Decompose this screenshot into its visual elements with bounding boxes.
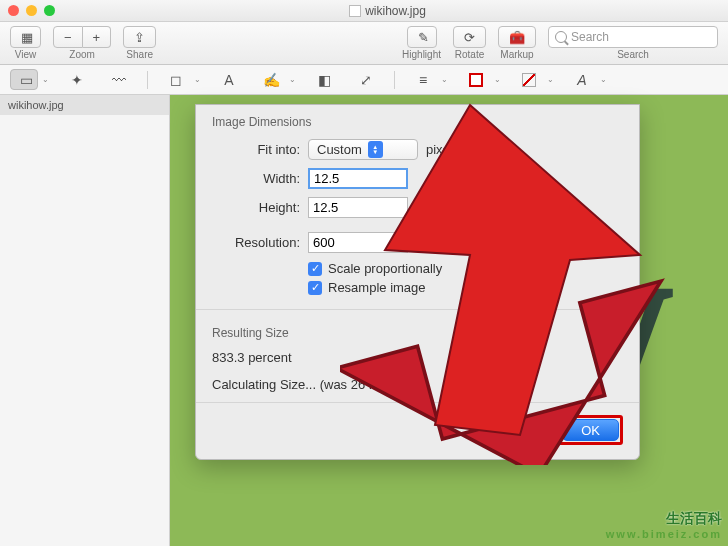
share-icon: ⇪ [134,30,145,45]
chevron-down-icon: ⌄ [194,75,201,84]
share-label: Share [126,49,153,60]
watermark-url: www.bimeiz.com [606,528,722,540]
highlight-label: Highlight [402,49,441,60]
fit-into-unit: pixels [426,142,459,157]
border-color-tool[interactable] [462,69,490,91]
chevron-down-icon: ⌄ [441,75,448,84]
resize-dialog: Image Dimensions Fit into: Custom ▲▼ pix… [195,104,640,460]
height-label: Height: [212,200,300,215]
thumbnail-item[interactable]: wikihow.jpg [0,95,169,115]
markup-label: Markup [500,49,533,60]
sketch-tool[interactable]: 〰 [105,69,133,91]
resolution-label: Resolution: [212,235,300,250]
highlight-group: ✎⌄ Highlight [402,26,441,60]
markup-button[interactable]: 🧰 [498,26,536,48]
traffic-light-close[interactable] [8,5,19,16]
highlight-button[interactable]: ✎⌄ [407,26,437,48]
thumbnails-sidebar: wikihow.jpg [0,95,170,546]
share-button[interactable]: ⇪ [123,26,156,48]
view-button[interactable]: ▦ ⌄ [10,26,41,48]
resample-image-label: Resample image [328,280,426,295]
toolbar-divider [147,71,148,89]
chevron-down-icon: ⌄ [600,75,607,84]
scale-proportionally-checkbox[interactable]: ✓ [308,262,322,276]
width-input[interactable] [308,168,408,189]
markup-icon: 🧰 [509,30,525,45]
border-swatch-icon [469,73,483,87]
result-size-text: Calculating Size... (was 26 KB) [212,377,623,392]
share-group: ⇪ Share [123,26,156,60]
watermark-text: 生活百科 [606,510,722,528]
chevron-down-icon: ⌄ [23,33,30,42]
zoom-label: Zoom [69,49,95,60]
traffic-light-minimize[interactable] [26,5,37,16]
resulting-size-heading: Resulting Size [212,326,623,340]
ok-button[interactable]: OK [562,419,619,441]
rotate-button[interactable]: ⟳ [453,26,486,48]
chevron-down-icon: ⌄ [547,75,554,84]
chevron-down-icon: ⌄ [289,75,296,84]
scale-proportionally-label: Scale proportionally [328,261,442,276]
watermark: 生活百科 www.bimeiz.com [606,510,722,540]
adjust-color-tool[interactable]: ◧ [310,69,338,91]
rotate-group: ⟳ Rotate [453,26,486,60]
rotate-icon: ⟳ [464,30,475,45]
shapes-tool[interactable]: ◻ [162,69,190,91]
markup-group: 🧰 Markup [498,26,536,60]
view-label: View [15,49,37,60]
filename-text: wikihow.jpg [365,4,426,18]
instant-alpha-tool[interactable]: ✦ [63,69,91,91]
resolution-unit-value: pixels/in [457,235,504,250]
chevron-down-icon: ⌄ [419,33,426,42]
fill-swatch-icon [522,73,536,87]
fit-into-label: Fit into: [212,142,300,157]
traffic-light-zoom[interactable] [44,5,55,16]
chevron-down-icon: ⌄ [494,75,501,84]
select-arrows-icon: ▲▼ [493,189,508,206]
dialog-divider [196,309,639,310]
markup-toolbar: ▭⌄ ✦ 〰 ◻⌄ A ✍⌄ ◧ ⤢ ≡⌄ ⌄ ⌄ A⌄ [0,65,728,95]
line-weight-tool[interactable]: ≡ [409,69,437,91]
result-percent-text: 833.3 percent [212,350,623,365]
toolbar-divider [394,71,395,89]
select-arrows-icon: ▲▼ [368,141,383,158]
cancel-button[interactable]: Cancel [470,415,548,437]
search-group: Search Search [548,26,718,60]
search-input[interactable]: Search [548,26,718,48]
fill-color-tool[interactable] [515,69,543,91]
image-dimensions-heading: Image Dimensions [212,115,623,129]
text-tool[interactable]: A [215,69,243,91]
file-icon [349,5,361,17]
search-icon [555,31,567,43]
resolution-unit-select[interactable]: pixels/in [448,232,532,253]
zoom-in-icon: + [93,30,101,45]
search-label: Search [617,49,649,60]
height-input[interactable] [308,197,408,218]
aspect-lock-button[interactable] [414,180,432,214]
width-label: Width: [212,171,300,186]
resample-image-checkbox[interactable]: ✓ [308,281,322,295]
dialog-divider [196,402,639,403]
window-titlebar: wikihow.jpg [0,0,728,22]
wh-unit-value: inches [449,190,487,205]
fit-into-select[interactable]: Custom ▲▼ [308,139,418,160]
zoom-out-icon: − [64,30,72,45]
window-title: wikihow.jpg [349,4,426,18]
selection-tool[interactable]: ▭ [10,69,38,90]
fit-into-value: Custom [317,142,362,157]
wh-unit-select[interactable]: inches ▲▼ [440,187,530,208]
rotate-label: Rotate [455,49,484,60]
main-toolbar: ▦ ⌄ View − + Zoom ⇪ Share ✎⌄ Highlight ⟳… [0,22,728,65]
zoom-group: − + Zoom [53,26,111,60]
zoom-in-button[interactable]: + [83,26,112,48]
font-style-tool[interactable]: A [568,69,596,91]
view-group: ▦ ⌄ View [10,26,41,60]
search-placeholder: Search [571,30,609,44]
chevron-down-icon: ⌄ [42,75,49,84]
zoom-out-button[interactable]: − [53,26,83,48]
resolution-input[interactable] [308,232,408,253]
sign-tool[interactable]: ✍ [257,69,285,91]
adjust-size-tool[interactable]: ⤢ [352,69,380,91]
ok-highlight-annotation: OK [558,415,623,445]
